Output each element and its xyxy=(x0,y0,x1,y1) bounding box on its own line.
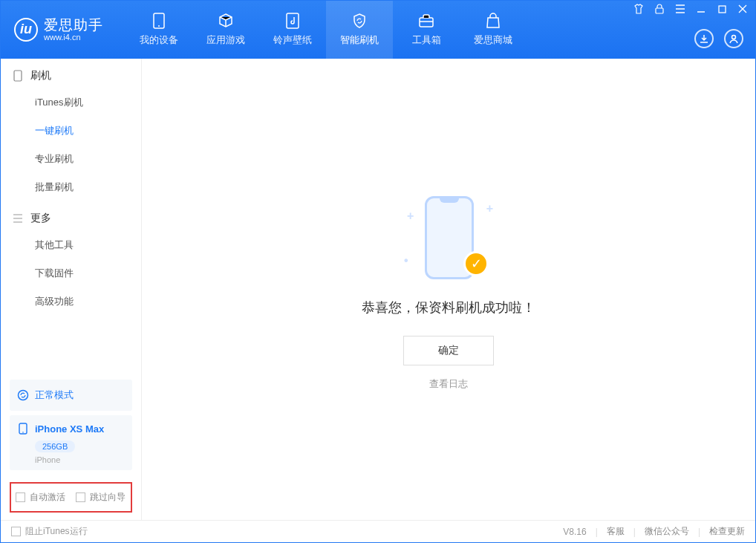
mode-icon xyxy=(17,389,29,401)
sidebar-item-other-tools[interactable]: 其他工具 xyxy=(1,231,141,259)
shirt-icon[interactable] xyxy=(633,4,644,14)
success-illustration: + + • ✓ xyxy=(404,189,493,285)
nav-my-device[interactable]: 我的设备 xyxy=(126,1,192,59)
check-badge-icon: ✓ xyxy=(463,251,489,276)
highlighted-options: 自动激活 跳过向导 xyxy=(10,482,132,513)
checkbox-icon xyxy=(11,527,21,536)
version-label: V8.16 xyxy=(563,527,586,537)
nav-label: 爱思商城 xyxy=(474,33,512,47)
footer-link-wechat[interactable]: 微信公众号 xyxy=(645,525,689,538)
mode-label: 正常模式 xyxy=(35,388,74,402)
mode-card[interactable]: 正常模式 xyxy=(10,380,132,411)
window-controls xyxy=(633,4,748,14)
sidebar-group-more: 更多 xyxy=(1,201,141,231)
nav-label: 智能刷机 xyxy=(340,33,379,47)
nav-ringtones-wallpapers[interactable]: 铃声壁纸 xyxy=(259,1,326,59)
cube-icon xyxy=(218,13,234,29)
footer-link-update[interactable]: 检查更新 xyxy=(709,525,745,538)
bag-icon xyxy=(485,13,501,29)
sidebar-item-onekey-flash[interactable]: 一键刷机 xyxy=(1,117,141,145)
sidebar-item-download-firmware[interactable]: 下载固件 xyxy=(1,259,141,287)
svg-rect-7 xyxy=(14,71,22,81)
checkbox-icon xyxy=(76,492,85,502)
ok-button[interactable]: 确定 xyxy=(403,336,494,365)
minimize-button[interactable] xyxy=(696,4,706,14)
sidebar-item-itunes-flash[interactable]: iTunes刷机 xyxy=(1,88,141,117)
sidebar: 刷机 iTunes刷机 一键刷机 专业刷机 批量刷机 更多 其他工具 下载固件 … xyxy=(1,59,142,520)
nav-apps-games[interactable]: 应用游戏 xyxy=(192,1,259,59)
svg-point-6 xyxy=(732,36,736,39)
nav-toolbox[interactable]: 工具箱 xyxy=(393,1,460,59)
checkbox-auto-activate[interactable]: 自动激活 xyxy=(16,491,65,504)
music-file-icon xyxy=(284,13,301,29)
app-title: 爱思助手 xyxy=(44,18,103,33)
maximize-button[interactable] xyxy=(717,4,727,14)
device-name: iPhone XS Max xyxy=(35,423,104,435)
footer: 阻止iTunes运行 V8.16 | 客服 | 微信公众号 | 检查更新 xyxy=(1,520,755,542)
user-button[interactable] xyxy=(724,29,743,48)
device-storage-badge: 256GB xyxy=(35,440,75,452)
svg-point-10 xyxy=(22,432,24,433)
refresh-shield-icon xyxy=(351,13,368,29)
menu-lines-icon xyxy=(13,213,23,224)
app-subtitle: www.i4.cn xyxy=(44,33,103,42)
lock-icon[interactable] xyxy=(654,4,665,14)
phone-icon xyxy=(17,423,29,435)
nav-label: 工具箱 xyxy=(412,33,441,47)
view-log-link[interactable]: 查看日志 xyxy=(429,377,468,391)
svg-rect-3 xyxy=(420,18,433,27)
sparkle-icon: • xyxy=(404,254,408,267)
device-icon xyxy=(13,71,23,81)
main-content: + + • ✓ 恭喜您，保资料刷机成功啦！ 确定 查看日志 xyxy=(142,59,755,520)
toolbox-icon xyxy=(418,13,434,29)
checkbox-icon xyxy=(16,492,25,502)
sidebar-item-pro-flash[interactable]: 专业刷机 xyxy=(1,145,141,173)
device-type: iPhone xyxy=(35,455,125,464)
nav-smart-flash[interactable]: 智能刷机 xyxy=(326,1,393,59)
checkbox-skip-guide[interactable]: 跳过向导 xyxy=(76,491,126,504)
nav-label: 应用游戏 xyxy=(206,33,245,47)
svg-point-8 xyxy=(19,391,28,400)
body: 刷机 iTunes刷机 一键刷机 专业刷机 批量刷机 更多 其他工具 下载固件 … xyxy=(1,59,755,520)
app-window: iu 爱思助手 www.i4.cn 我的设备 应用游戏 铃声壁纸 智能刷机 xyxy=(0,0,756,543)
nav-label: 铃声壁纸 xyxy=(273,33,312,47)
phone-icon xyxy=(151,13,167,29)
menu-icon[interactable] xyxy=(675,4,685,14)
close-button[interactable] xyxy=(737,4,748,14)
footer-link-service[interactable]: 客服 xyxy=(607,525,625,538)
top-nav: 我的设备 应用游戏 铃声壁纸 智能刷机 工具箱 爱思商城 xyxy=(126,1,527,59)
device-card[interactable]: iPhone XS Max 256GB iPhone xyxy=(10,415,132,470)
svg-point-1 xyxy=(158,25,160,27)
sidebar-item-advanced[interactable]: 高级功能 xyxy=(1,287,141,316)
logo-icon: iu xyxy=(14,18,38,42)
header-actions xyxy=(694,29,743,48)
sidebar-item-batch-flash[interactable]: 批量刷机 xyxy=(1,173,141,201)
logo: iu 爱思助手 www.i4.cn xyxy=(14,18,103,42)
sidebar-group-flash: 刷机 xyxy=(1,59,141,88)
sparkle-icon: + xyxy=(486,202,493,215)
svg-rect-5 xyxy=(719,6,726,13)
svg-rect-4 xyxy=(656,8,663,13)
sparkle-icon: + xyxy=(407,209,414,223)
nav-store[interactable]: 爱思商城 xyxy=(460,1,527,59)
header: iu 爱思助手 www.i4.cn 我的设备 应用游戏 铃声壁纸 智能刷机 xyxy=(1,1,755,59)
checkbox-block-itunes[interactable]: 阻止iTunes运行 xyxy=(11,525,88,538)
nav-label: 我的设备 xyxy=(140,33,178,47)
download-button[interactable] xyxy=(694,29,714,48)
success-message: 恭喜您，保资料刷机成功啦！ xyxy=(362,299,535,316)
